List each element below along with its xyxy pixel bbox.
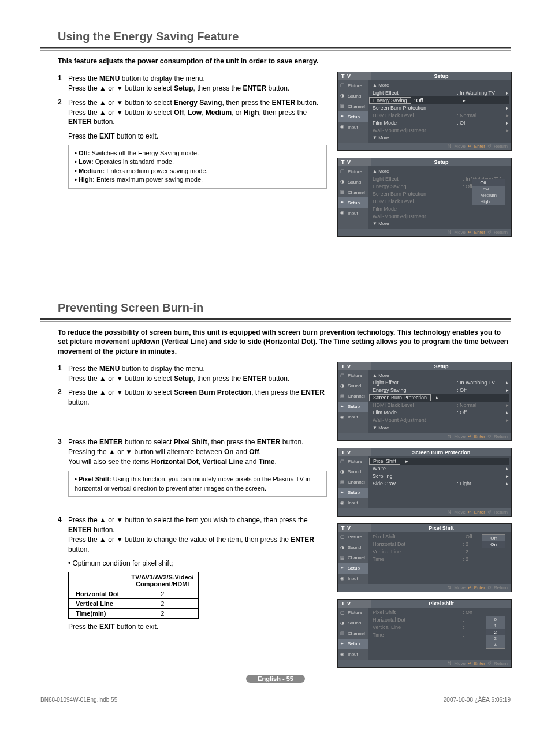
- osd-side-channel[interactable]: ▤Channel: [338, 553, 368, 563]
- osd-side-sound[interactable]: ◑Sound: [338, 467, 368, 477]
- osd-title: Setup: [371, 158, 511, 166]
- t: Side Gray: [373, 481, 457, 486]
- osd-side-picture[interactable]: ▢Picture: [338, 532, 368, 542]
- osd-side-input[interactable]: ◉Input: [338, 412, 368, 422]
- t: Enters medium power saving mode.: [105, 167, 208, 174]
- t: ENTER: [301, 388, 325, 396]
- popup-item[interactable]: 1: [486, 623, 505, 629]
- t: Film Mode: [373, 120, 457, 126]
- t: : Normal: [457, 113, 503, 118]
- osd-more[interactable]: ▼ More: [370, 424, 509, 432]
- osd-side-picture[interactable]: ▢Picture: [338, 80, 368, 91]
- t: On: [224, 448, 234, 456]
- t: Picture: [348, 169, 362, 174]
- move-icon: ⇅: [448, 230, 452, 235]
- input-icon: ◉: [340, 210, 346, 216]
- t: button.: [68, 545, 90, 553]
- t: Channel: [348, 480, 365, 485]
- osd-side-setup[interactable]: ✦Setup: [338, 639, 368, 649]
- osd-side-sound[interactable]: ◑Sound: [338, 177, 368, 187]
- t: button to display the menu.: [120, 74, 204, 83]
- step: 3 Press the ENTER button to select Pixel…: [58, 437, 327, 466]
- section1-intro: This feature adjusts the power consumpti…: [58, 57, 511, 66]
- osd-side-input[interactable]: ◉Input: [338, 498, 368, 508]
- popup-item[interactable]: 3: [486, 635, 505, 642]
- osd-row[interactable]: Film Mode: Off▸: [370, 409, 509, 417]
- osd-row[interactable]: Light Effect: In Watching TV▸: [370, 379, 509, 387]
- t: Sound: [348, 620, 361, 626]
- t: Horizontal Dot: [373, 617, 463, 623]
- popup-item[interactable]: 4: [486, 642, 505, 648]
- osd-side-channel[interactable]: ▤Channel: [338, 477, 368, 488]
- popup-item[interactable]: Low: [472, 186, 505, 192]
- osd-more[interactable]: ▼ More: [370, 220, 509, 227]
- osd-side-channel[interactable]: ▤Channel: [338, 391, 368, 402]
- osd-side-channel[interactable]: ▤Channel: [338, 187, 368, 197]
- osd-side-input[interactable]: ◉Input: [338, 574, 368, 584]
- t: Screen Burn Protection: [373, 105, 503, 111]
- t: Horizontal Dot: [151, 458, 199, 466]
- t: High: [244, 108, 259, 117]
- osd-side-input[interactable]: ◉Input: [338, 649, 368, 660]
- osd-row[interactable]: White▸: [370, 465, 509, 473]
- osd-side-picture[interactable]: ▢Picture: [338, 456, 368, 467]
- t: • Off:: [75, 149, 90, 156]
- picture-icon: ▢: [340, 83, 346, 88]
- t: Input: [348, 652, 358, 657]
- osd-row[interactable]: Side Gray: Light▸: [370, 480, 509, 488]
- osd-row[interactable]: Light Effect: In Watching TV▸: [370, 89, 509, 96]
- td: 2: [126, 599, 199, 609]
- osd-row-selected[interactable]: Screen Burn Protection▸: [370, 394, 509, 402]
- osd-side-setup[interactable]: ✦Setup: [338, 197, 368, 208]
- popup-item[interactable]: High: [472, 199, 505, 205]
- osd-title: Setup: [371, 362, 511, 370]
- osd-popup: Off On: [482, 534, 505, 548]
- step-num: 2: [58, 98, 68, 127]
- osd-more[interactable]: ▲ More: [370, 167, 509, 175]
- osd-row-selected[interactable]: Pixel Shift▸: [370, 458, 509, 465]
- osd-more[interactable]: ▲ More: [370, 81, 509, 89]
- osd-side-channel[interactable]: ▤Channel: [338, 628, 368, 639]
- osd-side-setup[interactable]: ✦Setup: [338, 402, 368, 412]
- osd-row[interactable]: Scrolling▸: [370, 473, 509, 480]
- popup-item[interactable]: Off: [472, 179, 505, 186]
- osd-side-sound[interactable]: ◑Sound: [338, 542, 368, 553]
- osd-setup-energy: T VSetup ▢Picture ◑Sound ▤Channel ✦Setup…: [337, 72, 512, 151]
- osd-more[interactable]: ▼ More: [370, 134, 509, 141]
- osd-more[interactable]: ▲ More: [370, 372, 509, 379]
- t: ENTER: [257, 438, 281, 446]
- section2-intro: To reduce the possibility of screen burn…: [58, 328, 511, 356]
- popup-item[interactable]: On: [482, 541, 505, 548]
- t: Move: [454, 434, 466, 439]
- t: MENU: [99, 365, 120, 373]
- popup-item[interactable]: 0: [486, 616, 505, 623]
- osd-side-input[interactable]: ◉Input: [338, 208, 368, 218]
- osd-side-channel[interactable]: ▤Channel: [338, 101, 368, 111]
- osd-side-setup[interactable]: ✦Setup: [338, 488, 368, 498]
- t: You will also see the items: [68, 458, 151, 466]
- picture-icon: ▢: [340, 459, 346, 465]
- osd-side-setup[interactable]: ✦Setup: [338, 111, 368, 122]
- divider: [40, 47, 511, 49]
- osd-pixel-shift-values: T VPixel Shift ▢Picture ◑Sound ▤Channel …: [337, 599, 512, 668]
- popup-item[interactable]: Medium: [472, 192, 505, 199]
- osd-side-sound[interactable]: ◑Sound: [338, 381, 368, 391]
- osd-side-picture[interactable]: ▢Picture: [338, 608, 368, 618]
- osd-side-sound[interactable]: ◑Sound: [338, 618, 368, 628]
- osd-row-selected[interactable]: Energy Saving: Off▸: [370, 96, 509, 104]
- osd-side-setup[interactable]: ✦Setup: [338, 563, 368, 574]
- popup-item[interactable]: 2: [486, 629, 505, 635]
- popup-item[interactable]: Off: [482, 535, 505, 541]
- osd-side-input[interactable]: ◉Input: [338, 122, 368, 132]
- osd-row[interactable]: Screen Burn Protection▸: [370, 104, 509, 111]
- return-icon: ↺: [487, 144, 492, 149]
- osd-side-picture[interactable]: ▢Picture: [338, 370, 368, 381]
- osd-side-picture[interactable]: ▢Picture: [338, 166, 368, 177]
- osd-popup: Off Low Medium High: [472, 179, 505, 205]
- picture-icon: ▢: [340, 373, 346, 379]
- osd-row[interactable]: Film Mode: Off▸: [370, 119, 509, 126]
- t: Enter: [474, 230, 485, 235]
- osd-row[interactable]: Energy Saving: Off▸: [370, 387, 509, 394]
- osd-side-sound[interactable]: ◑Sound: [338, 91, 368, 101]
- td: 2: [126, 609, 199, 619]
